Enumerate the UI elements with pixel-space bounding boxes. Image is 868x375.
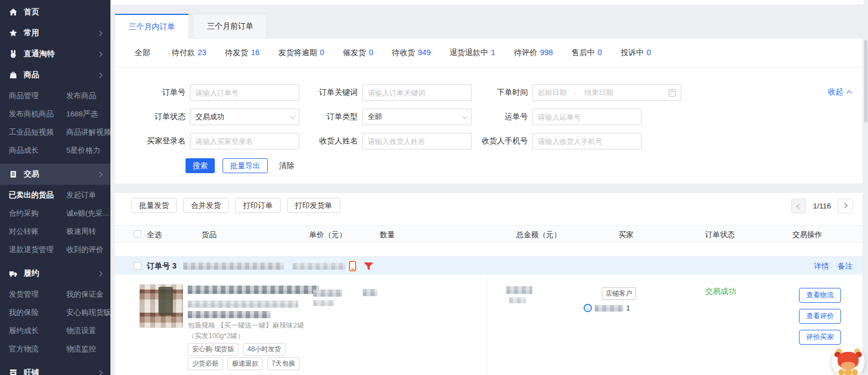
filter-all[interactable]: 全部 bbox=[135, 48, 153, 58]
filter-pending-review[interactable]: 待评价998 bbox=[514, 48, 553, 58]
tab-orders-recent[interactable]: 三个月内订单 bbox=[115, 14, 189, 39]
funnel-icon[interactable] bbox=[363, 262, 374, 271]
product-can-shape bbox=[158, 287, 173, 315]
sidebar-item-fulfillment[interactable]: 履约 bbox=[0, 263, 110, 284]
sidebar-link[interactable]: 5星价格力 bbox=[66, 141, 110, 159]
waybill-no-input[interactable] bbox=[532, 109, 642, 125]
product-thumbnail[interactable] bbox=[139, 284, 183, 328]
sidebar-link[interactable]: 商品管理 bbox=[9, 87, 62, 105]
service-tag: 安心购·现货版 bbox=[188, 343, 239, 356]
sidebar-link[interactable]: 诚e赊(先采... bbox=[66, 204, 110, 222]
wangwang-chat-icon[interactable] bbox=[584, 304, 592, 312]
search-button[interactable]: 搜索 bbox=[186, 158, 215, 173]
receiver-name-input[interactable] bbox=[362, 133, 472, 149]
prev-page-button[interactable] bbox=[791, 199, 806, 213]
sidebar-link[interactable]: 对公转账 bbox=[9, 222, 62, 240]
sidebar-link[interactable]: 商品讲解视频 bbox=[66, 123, 110, 141]
buyer-login-input[interactable] bbox=[190, 133, 299, 149]
sidebar-link[interactable]: 我的保证金 bbox=[66, 285, 110, 303]
sidebar-link[interactable]: 合约采购 bbox=[9, 204, 62, 222]
sidebar-item-goods[interactable]: 商品 bbox=[0, 65, 110, 85]
merge-ship-button[interactable]: 合并发货 bbox=[183, 198, 229, 213]
sidebar-link[interactable]: 退款退货管理 bbox=[9, 240, 62, 259]
order-remark-link[interactable]: 备注 bbox=[838, 261, 853, 271]
sidebar-link[interactable]: 发布商机商品 bbox=[9, 105, 62, 123]
page-scrollbar[interactable] bbox=[864, 0, 868, 375]
filter-pending-receipt[interactable]: 待收货949 bbox=[392, 48, 431, 58]
print-shipping-button[interactable]: 打印发货单 bbox=[287, 198, 340, 213]
mascot-paws bbox=[838, 368, 858, 375]
sidebar-item-home[interactable]: 首页 bbox=[0, 2, 110, 23]
unit-price-sub-redacted bbox=[313, 300, 334, 306]
sidebar-link[interactable]: 发布商品 bbox=[66, 87, 110, 105]
order-action-buttons: 查看物流 查看评价 评价买家 bbox=[799, 288, 841, 345]
order-type-label: 订单类型 bbox=[303, 112, 358, 122]
sidebar-item-trade[interactable]: 交易 bbox=[0, 164, 110, 185]
sidebar-link[interactable]: 我的保险 bbox=[9, 303, 62, 322]
trade-submenu: 已卖出的货品 发起订单 合约采购 诚e赊(先采... 对公转账 极速周转 退款退… bbox=[0, 186, 110, 259]
filter-urged-shipment[interactable]: 催发货0 bbox=[343, 48, 373, 58]
sidebar-link[interactable]: 官方物流 bbox=[9, 340, 62, 358]
filter-after-sale[interactable]: 售后中0 bbox=[571, 48, 602, 58]
sidebar-link[interactable]: 履约成长 bbox=[9, 322, 62, 340]
order-status-select[interactable]: 交易成功 bbox=[190, 109, 299, 125]
batch-export-button[interactable]: 批量导出 bbox=[223, 158, 268, 173]
sidebar-link[interactable]: 商品成长 bbox=[9, 141, 62, 159]
sidebar-item-favorites[interactable]: 常用 bbox=[0, 23, 110, 44]
order-keyword-input[interactable] bbox=[362, 84, 472, 101]
clear-button[interactable]: 清除 bbox=[276, 158, 298, 173]
view-review-button[interactable]: 查看评价 bbox=[799, 309, 841, 324]
sidebar-link[interactable]: 发起订单 bbox=[66, 186, 110, 204]
order-time-label: 下单时间 bbox=[474, 88, 528, 98]
sidebar-link-sold-goods[interactable]: 已卖出的货品 bbox=[9, 186, 62, 204]
sidebar-link[interactable]: 极速周转 bbox=[66, 222, 110, 240]
top-strip bbox=[110, 0, 864, 4]
order-type-select[interactable]: 全部 bbox=[362, 109, 472, 125]
view-logistics-button[interactable]: 查看物流 bbox=[799, 288, 841, 303]
order-type-value: 全部 bbox=[368, 112, 382, 122]
scrollbar-thumb[interactable] bbox=[864, 40, 867, 122]
order-time-range-picker[interactable]: 起始日期 - 结束日期 bbox=[532, 84, 681, 101]
service-tag: 7天包换 bbox=[267, 357, 300, 370]
unit-price-redacted bbox=[313, 290, 342, 297]
select-all-checkbox[interactable] bbox=[134, 230, 141, 238]
sidebar-item-shop[interactable]: 旺铺 bbox=[0, 362, 110, 375]
order-row-body: 包装规格 【买一罐送一罐】麻辣味2罐 （实发100g*2罐） 安心购·现货版 4… bbox=[115, 275, 862, 375]
rate-buyer-button[interactable]: 评价买家 bbox=[799, 330, 841, 345]
filter-complaint[interactable]: 投诉中0 bbox=[621, 48, 651, 58]
order-detail-link[interactable]: 详情 bbox=[814, 261, 829, 271]
sidebar-link[interactable]: 安心购现货版 bbox=[66, 303, 110, 322]
order-no-input[interactable] bbox=[190, 84, 299, 101]
sidebar-item-taote[interactable]: 直通淘特 bbox=[0, 44, 110, 65]
batch-ship-button[interactable]: 批量发货 bbox=[131, 198, 177, 213]
sidebar-item-label: 旺铺 bbox=[24, 368, 39, 375]
sidebar-link[interactable]: 发货管理 bbox=[9, 285, 62, 303]
filter-shipment-overdue[interactable]: 发货将逾期0 bbox=[278, 48, 324, 58]
sidebar-link[interactable]: 工业品短视频 bbox=[9, 123, 62, 141]
chevron-right-icon bbox=[97, 72, 103, 78]
col-unit-price: 单价（元） bbox=[309, 230, 347, 240]
next-page-button[interactable] bbox=[838, 199, 853, 213]
collapse-label: 收起 bbox=[828, 87, 843, 97]
search-panel-body: 全部 待付款23 待发货16 发货将逾期0 催发货0 待收货949 退货退款中1… bbox=[115, 39, 862, 184]
print-order-button[interactable]: 打印订单 bbox=[235, 198, 280, 213]
filter-pending-shipment[interactable]: 待发货16 bbox=[225, 48, 260, 58]
mascot-assistant-button[interactable] bbox=[832, 345, 865, 375]
col-select-all: 全选 bbox=[147, 230, 162, 240]
search-actions: 搜索 批量导出 清除 bbox=[186, 158, 298, 173]
tab-orders-older[interactable]: 三个月前订单 bbox=[193, 14, 267, 39]
sidebar-link[interactable]: 1688严选 bbox=[66, 105, 110, 123]
filter-refunding[interactable]: 退货退款中1 bbox=[449, 48, 495, 58]
filter-pending-payment[interactable]: 待付款23 bbox=[172, 48, 207, 58]
total-sub-redacted bbox=[509, 297, 526, 303]
sidebar-link[interactable]: 物流监控 bbox=[66, 340, 110, 358]
order-checkbox[interactable] bbox=[134, 262, 141, 270]
receiver-phone-input[interactable] bbox=[532, 133, 642, 149]
collapse-link[interactable]: 收起 bbox=[828, 87, 850, 97]
col-quantity: 数量 bbox=[380, 230, 395, 240]
sidebar-link[interactable]: 收到的评价 bbox=[66, 240, 110, 259]
col-total: 总金额（元） bbox=[516, 230, 561, 240]
service-tag: 48小时发货 bbox=[243, 343, 285, 356]
product-title-redacted bbox=[188, 286, 319, 294]
sidebar-link[interactable]: 物流设置 bbox=[66, 322, 110, 340]
